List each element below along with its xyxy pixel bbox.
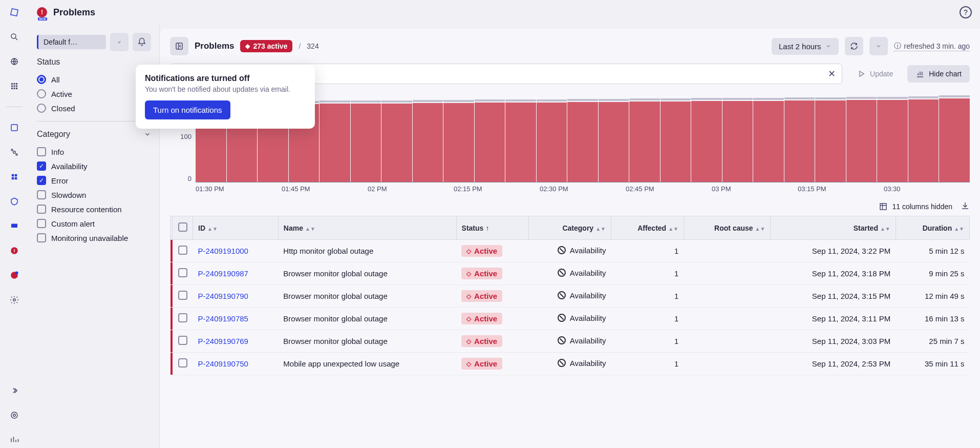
table-row[interactable]: P-2409190785 Browser monitor global outa… (171, 308, 970, 330)
update-button[interactable]: Update (848, 65, 901, 83)
row-checkbox[interactable] (178, 268, 187, 277)
category-filter-label[interactable]: Category (37, 130, 151, 139)
row-checkbox[interactable] (178, 313, 187, 322)
services-icon[interactable] (6, 144, 23, 160)
status-radio-all[interactable]: All (37, 75, 151, 84)
table-row[interactable]: P-2409190987 Browser monitor global outa… (171, 262, 970, 285)
chart-bar[interactable] (567, 102, 598, 182)
alerts-icon[interactable] (6, 267, 23, 283)
chart-icon (915, 69, 925, 78)
chart-bar[interactable] (846, 100, 877, 182)
analytics-icon[interactable] (6, 432, 23, 448)
filter-confirm-button[interactable] (110, 33, 129, 51)
chart-bar[interactable] (537, 103, 567, 182)
help-icon[interactable]: ? (960, 6, 972, 18)
problem-id-link[interactable]: P-2409190785 (198, 314, 248, 323)
category-check-resource-contention[interactable]: Resource contention (37, 205, 151, 214)
svg-rect-0 (11, 9, 18, 16)
chart-bar[interactable] (475, 103, 505, 182)
col-category[interactable]: Category▲▼ (528, 216, 611, 240)
time-range-selector[interactable]: Last 2 hours (772, 38, 839, 55)
category-check-slowdown[interactable]: Slowdown (37, 190, 151, 199)
problems-nav-icon[interactable]: ! (6, 242, 23, 259)
category-check-error[interactable]: Error (37, 176, 151, 185)
row-checkbox[interactable] (178, 291, 187, 300)
target-icon[interactable] (6, 407, 23, 423)
problem-id-link[interactable]: P-2409190750 (198, 359, 248, 368)
refresh-button[interactable] (845, 37, 863, 55)
chart-bar[interactable] (908, 99, 939, 182)
chart-bar[interactable] (413, 103, 443, 182)
filter-preset-chip[interactable]: Default f… (37, 35, 106, 49)
chart-bar[interactable] (351, 104, 381, 182)
table-row[interactable]: P-2409190790 Browser monitor global outa… (171, 285, 970, 308)
col-duration[interactable]: Duration▲▼ (896, 216, 969, 240)
chart-bar[interactable] (381, 104, 412, 182)
refreshed-info[interactable]: refreshed 3 min. ago (894, 42, 970, 51)
expand-rail-icon[interactable] (6, 382, 23, 399)
refresh-dropdown-button[interactable] (869, 37, 888, 55)
col-name[interactable]: Name▲▼ (278, 216, 456, 240)
chart-bar[interactable] (599, 102, 629, 182)
notifications-popover: Notifications are turned off You won't b… (136, 65, 315, 129)
problem-id-link[interactable]: P-2409190769 (198, 337, 248, 345)
problem-id-link[interactable]: P-2409190790 (198, 292, 248, 300)
row-checkbox[interactable] (178, 246, 187, 255)
table-row[interactable]: P-2409190750 Mobile app unexpected low u… (171, 353, 970, 375)
download-button[interactable] (961, 201, 970, 212)
turn-on-notifications-button[interactable]: Turn on notifications (145, 100, 230, 119)
chart-bar[interactable] (753, 101, 784, 182)
category-check-custom-alert[interactable]: Custom alert (37, 219, 151, 228)
chart-bar[interactable] (505, 103, 536, 182)
svg-point-16 (16, 154, 17, 155)
svg-rect-19 (12, 177, 14, 180)
security-icon[interactable] (6, 193, 23, 210)
columns-hidden-label: 11 columns hidden (892, 202, 952, 211)
logo-icon[interactable] (6, 4, 23, 21)
col-root-cause[interactable]: Root cause▲▼ (684, 216, 770, 240)
table-row[interactable]: P-2409190769 Browser monitor global outa… (171, 330, 970, 353)
settings-icon[interactable] (6, 292, 23, 308)
chart-bar[interactable] (939, 98, 970, 182)
chart-bar[interactable] (877, 100, 908, 182)
svg-rect-17 (12, 174, 14, 177)
content-title: Problems (195, 41, 234, 51)
select-all-checkbox[interactable] (178, 222, 187, 232)
col-id[interactable]: ID▲▼ (193, 216, 279, 240)
row-checkbox[interactable] (178, 336, 187, 345)
clear-filter-icon[interactable]: ✕ (828, 68, 836, 79)
row-checkbox[interactable] (178, 358, 187, 368)
category-check-info[interactable]: Info (37, 147, 151, 156)
chart-bar[interactable] (784, 100, 815, 182)
category-check-availability[interactable]: Availability (37, 161, 151, 171)
chart-bar[interactable] (629, 101, 660, 182)
dashboard-icon[interactable] (6, 119, 23, 136)
chart-bar[interactable] (661, 101, 691, 182)
chart-bar[interactable] (815, 100, 846, 182)
extensions-icon[interactable] (6, 169, 23, 185)
status-radio-closed[interactable]: Closed (37, 104, 151, 113)
search-icon[interactable] (6, 29, 23, 45)
chart-bar[interactable] (319, 104, 350, 182)
columns-hidden-button[interactable]: 11 columns hidden (879, 202, 952, 211)
problem-id-link[interactable]: P-2409191000 (198, 247, 248, 255)
table-row[interactable]: P-2409191000 Http monitor global outage … (171, 240, 970, 262)
col-status[interactable]: Status↑ (456, 216, 528, 240)
check-label: Resource contention (51, 205, 122, 214)
globe-icon[interactable] (6, 53, 23, 70)
category-check-monitoring-unavailable[interactable]: Monitoring unavailable (37, 233, 151, 242)
col-started[interactable]: Started▲▼ (771, 216, 896, 240)
status-radio-active[interactable]: Active (37, 89, 151, 98)
collapse-sidebar-button[interactable] (170, 37, 188, 55)
chevron-down-icon (144, 131, 151, 138)
chart-bar[interactable] (443, 103, 474, 182)
apps-icon[interactable] (6, 78, 23, 94)
col-affected[interactable]: Affected▲▼ (611, 216, 684, 240)
monitor-icon[interactable] (6, 218, 23, 234)
notifications-button[interactable] (133, 33, 151, 51)
chart-bar[interactable] (722, 101, 753, 182)
chart-bar[interactable] (691, 101, 722, 182)
problem-id-link[interactable]: P-2409190987 (198, 269, 248, 278)
svg-point-26 (13, 299, 16, 301)
hide-chart-button[interactable]: Hide chart (907, 65, 970, 83)
